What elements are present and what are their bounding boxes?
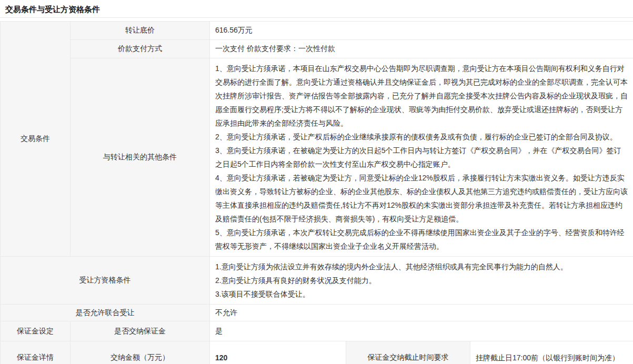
value-deposit-amount: 120 — [210, 341, 346, 364]
label-base-price: 转让底价 — [71, 22, 210, 40]
group-label-deposit-detail: 保证金详情 — [1, 341, 71, 364]
value-other-conditions: 1、意向受让方须承诺，本项目在山东产权交易中心公告期即为尽职调查期，意向受让方在… — [210, 58, 633, 257]
label-qualification: 受让方资格条件 — [1, 257, 210, 305]
group-label-deposit-setting: 保证金设定 — [1, 321, 71, 341]
qualification-paragraph-2: 2.意向受让方须具有良好的财务状况及支付能力。 — [215, 274, 628, 287]
group-label-trade-conditions: 交易条件 — [1, 22, 71, 257]
row-joint-transfer: 是否允许联合受让 不允许 — [1, 305, 633, 321]
value-deposit-required: 是 — [210, 321, 633, 341]
other-conditions-paragraph-1: 1、意向受让方须承诺，本项目在山东产权交易中心公告期即为尽职调查期，意向受让方在… — [215, 62, 628, 130]
label-joint-transfer: 是否允许联合受让 — [1, 305, 210, 321]
other-conditions-paragraph-3: 3、意向受让方须承诺，在被确定为受让方的次日起5个工作日内与转让方签订《产权交易… — [215, 144, 628, 171]
conditions-table: 交易条件 转让底价 616.56万元 价款支付方式 一次支付 价款支付要求：一次… — [0, 21, 633, 364]
value-qualification: 1.意向受让方须为依法设立并有效存续的境内外企业法人、其他经济组织或具有完全民事… — [210, 257, 633, 305]
other-conditions-paragraph-2: 2、意向受让方须承诺，受让产权后标的企业继续承接原有的债权债务及或有负债，履行标… — [215, 130, 628, 144]
qualification-paragraph-1: 1.意向受让方须为依法设立并有效存续的境内外企业法人、其他经济组织或具有完全民事… — [215, 260, 628, 274]
trade-conditions-panel: 交易条件与受让方资格条件 交易条件 转让底价 616.56万元 价款支付方式 一… — [0, 0, 633, 364]
label-other-conditions: 与转让相关的其他条件 — [71, 58, 210, 257]
qualification-paragraph-3: 3.该项目不接受联合体受让。 — [215, 287, 628, 301]
row-payment-method: 价款支付方式 一次支付 价款支付要求：一次性付款 — [1, 40, 633, 58]
deposit-deadline-text: 挂牌截止日17:00前（以银行到账时间为准） — [476, 351, 628, 364]
row-deposit-detail: 保证金详情 交纳金额（万元） 120 保证金交纳截止时间要求 挂牌截止日17:0… — [1, 341, 633, 364]
row-deposit-required: 保证金设定 是否交纳保证金 是 — [1, 321, 633, 341]
other-conditions-paragraph-5: 5、意向受让方须承诺，本次产权转让交易完成后标的企业不得再继续使用国家出资企业及… — [215, 226, 628, 253]
row-other-conditions: 与转让相关的其他条件 1、意向受让方须承诺，本项目在山东产权交易中心公告期即为尽… — [1, 58, 633, 257]
value-payment-method: 一次支付 价款支付要求：一次性付款 — [210, 40, 633, 58]
row-base-price: 交易条件 转让底价 616.56万元 — [1, 22, 633, 40]
value-deposit-deadline: 挂牌截止日17:00前（以银行到账时间为准） — [470, 341, 633, 364]
value-base-price: 616.56万元 — [210, 22, 633, 40]
section-title: 交易条件与受让方资格条件 — [0, 0, 633, 18]
label-deposit-deadline: 保证金交纳截止时间要求 — [346, 341, 470, 364]
label-deposit-amount: 交纳金额（万元） — [71, 341, 210, 364]
value-joint-transfer: 不允许 — [210, 305, 633, 321]
row-qualification: 受让方资格条件 1.意向受让方须为依法设立并有效存续的境内外企业法人、其他经济组… — [1, 257, 633, 305]
label-payment-method: 价款支付方式 — [71, 40, 210, 58]
label-deposit-required: 是否交纳保证金 — [71, 321, 210, 341]
other-conditions-paragraph-4: 4、意向受让方须承诺，若被确定为受让方，同意受让标的企业12%股权后，承接履行转… — [215, 171, 628, 226]
